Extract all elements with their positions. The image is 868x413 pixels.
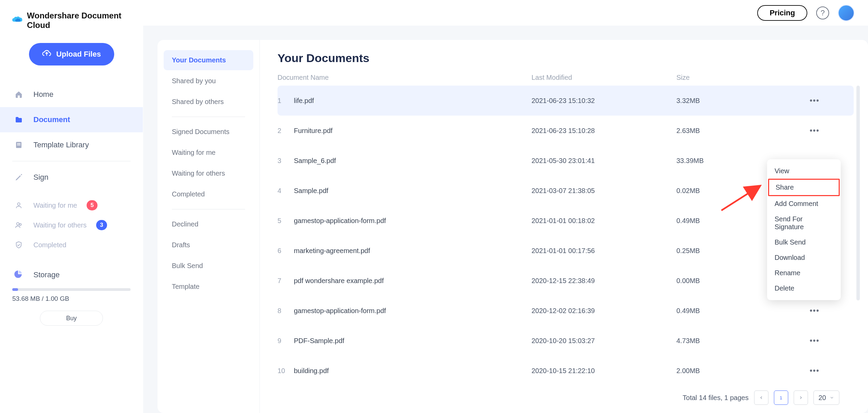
- divider: [172, 209, 245, 209]
- col-document-name[interactable]: Document Name: [278, 74, 532, 82]
- left-sidebar: Wondershare Document Cloud Upload Files …: [0, 0, 143, 413]
- sub-completed[interactable]: Completed: [164, 184, 253, 204]
- row-more-button[interactable]: •••: [785, 96, 820, 105]
- nav-waiting-for-others[interactable]: Waiting for others 3: [0, 215, 143, 235]
- ctx-add-comment[interactable]: Add Comment: [767, 196, 841, 211]
- nav-waiting-for-others-label: Waiting for others: [33, 221, 87, 229]
- row-date: 2021-05-30 23:01:41: [532, 157, 676, 165]
- ctx-share[interactable]: Share: [768, 179, 840, 196]
- row-size: 0.49MB: [676, 307, 785, 315]
- col-last-modified[interactable]: Last Modified: [532, 74, 676, 82]
- row-name: Furniture.pdf: [294, 127, 532, 135]
- row-more-button[interactable]: •••: [785, 306, 820, 315]
- ctx-send-for-signature[interactable]: Send For Signature: [767, 211, 841, 235]
- storage-label: Storage: [33, 270, 60, 279]
- pricing-button[interactable]: Pricing: [757, 5, 807, 21]
- svg-point-4: [17, 223, 19, 225]
- row-date: 2021-06-23 15:10:28: [532, 127, 676, 135]
- nav-document[interactable]: Document: [0, 107, 143, 132]
- sub-declined[interactable]: Declined: [164, 214, 253, 234]
- page-1-button[interactable]: 1: [774, 390, 788, 405]
- shield-check-icon: [14, 240, 24, 250]
- nav-home[interactable]: Home: [0, 82, 143, 107]
- storage-bar: [12, 288, 131, 291]
- table-row[interactable]: 10building.pdf2020-10-15 21:22:102.00MB•…: [278, 356, 854, 386]
- brand-name: Wondershare Document Cloud: [27, 11, 131, 30]
- row-name: Sample.pdf: [294, 187, 532, 195]
- dots-icon: •••: [810, 306, 820, 315]
- pen-icon: [14, 172, 24, 182]
- row-date: 2020-10-20 15:03:27: [532, 337, 676, 345]
- row-size: 2.63MB: [676, 127, 785, 135]
- table-row[interactable]: 2Furniture.pdf2021-06-23 15:10:282.63MB•…: [278, 116, 854, 146]
- upload-files-button[interactable]: Upload Files: [29, 43, 114, 65]
- sub-shared-by-you[interactable]: Shared by you: [164, 71, 253, 91]
- ctx-delete[interactable]: Delete: [767, 281, 841, 296]
- row-name: gamestop-application-form.pdf: [294, 217, 532, 225]
- users-icon: [14, 220, 24, 230]
- logo-row: Wondershare Document Cloud: [0, 0, 143, 38]
- divider: [12, 161, 131, 161]
- waiting-for-me-badge: 5: [87, 200, 98, 210]
- row-size: 3.32MB: [676, 97, 785, 105]
- nav-waiting-for-me[interactable]: Waiting for me 5: [0, 195, 143, 215]
- user-icon: [14, 200, 24, 210]
- help-button[interactable]: ?: [816, 6, 829, 19]
- row-index: 9: [278, 337, 294, 345]
- nav-document-label: Document: [33, 115, 70, 124]
- row-more-button[interactable]: •••: [785, 366, 820, 375]
- cloud-upload-icon: [42, 48, 51, 60]
- row-date: 2021-01-01 00:17:56: [532, 247, 676, 255]
- document-area: Your Documents Document Name Last Modifi…: [260, 40, 868, 413]
- row-date: 2020-12-15 22:38:49: [532, 277, 676, 285]
- table-row[interactable]: 1life.pdf2021-06-23 15:10:323.32MB•••: [278, 86, 854, 116]
- avatar[interactable]: [838, 5, 854, 21]
- row-index: 1: [278, 97, 294, 105]
- sub-signed-documents[interactable]: Signed Documents: [164, 122, 253, 142]
- template-icon: [14, 140, 24, 150]
- row-index: 6: [278, 247, 294, 255]
- buy-button[interactable]: Buy: [40, 311, 103, 326]
- sub-waiting-for-others[interactable]: Waiting for others: [164, 163, 253, 183]
- nav-sign[interactable]: Sign: [0, 165, 143, 190]
- ctx-rename[interactable]: Rename: [767, 265, 841, 281]
- col-size[interactable]: Size: [676, 74, 785, 82]
- row-date: 2020-12-02 02:16:39: [532, 307, 676, 315]
- row-name: marketing-agreement.pdf: [294, 247, 532, 255]
- prev-page-button[interactable]: [754, 390, 768, 405]
- scrollbar[interactable]: [856, 86, 860, 300]
- sub-your-documents[interactable]: Your Documents: [164, 50, 253, 70]
- sub-waiting-for-me[interactable]: Waiting for me: [164, 143, 253, 163]
- table-row[interactable]: 8gamestop-application-form.pdf2020-12-02…: [278, 296, 854, 326]
- nav-template-library[interactable]: Template Library: [0, 132, 143, 158]
- page-title: Your Documents: [278, 51, 854, 65]
- sub-template[interactable]: Template: [164, 277, 253, 297]
- row-index: 4: [278, 187, 294, 195]
- row-size: 4.73MB: [676, 337, 785, 345]
- nav-completed[interactable]: Completed: [0, 235, 143, 255]
- row-name: building.pdf: [294, 367, 532, 375]
- sub-drafts[interactable]: Drafts: [164, 235, 253, 255]
- row-name: gamestop-application-form.pdf: [294, 307, 532, 315]
- row-name: life.pdf: [294, 97, 532, 105]
- row-date: 2021-03-07 21:38:05: [532, 187, 676, 195]
- row-index: 3: [278, 157, 294, 165]
- page-size-select[interactable]: 20: [813, 390, 839, 405]
- table-row[interactable]: 9PDF-Sample.pdf2020-10-20 15:03:274.73MB…: [278, 326, 854, 356]
- sub-bulk-send[interactable]: Bulk Send: [164, 256, 253, 276]
- documents-sub-sidebar: Your Documents Shared by you Shared by o…: [158, 40, 260, 413]
- nav-home-label: Home: [33, 90, 54, 99]
- svg-point-3: [17, 203, 20, 205]
- folder-icon: [14, 115, 24, 125]
- nav-template-label: Template Library: [33, 141, 89, 149]
- storage-row[interactable]: Storage: [0, 255, 143, 283]
- row-more-button[interactable]: •••: [785, 336, 820, 345]
- ctx-bulk-send[interactable]: Bulk Send: [767, 235, 841, 250]
- ctx-download[interactable]: Download: [767, 250, 841, 265]
- next-page-button[interactable]: [794, 390, 808, 405]
- row-name: Sample_6.pdf: [294, 157, 532, 165]
- sub-shared-by-others[interactable]: Shared by others: [164, 92, 253, 112]
- pie-chart-icon: [14, 270, 24, 280]
- row-more-button[interactable]: •••: [785, 126, 820, 135]
- ctx-view[interactable]: View: [767, 163, 841, 179]
